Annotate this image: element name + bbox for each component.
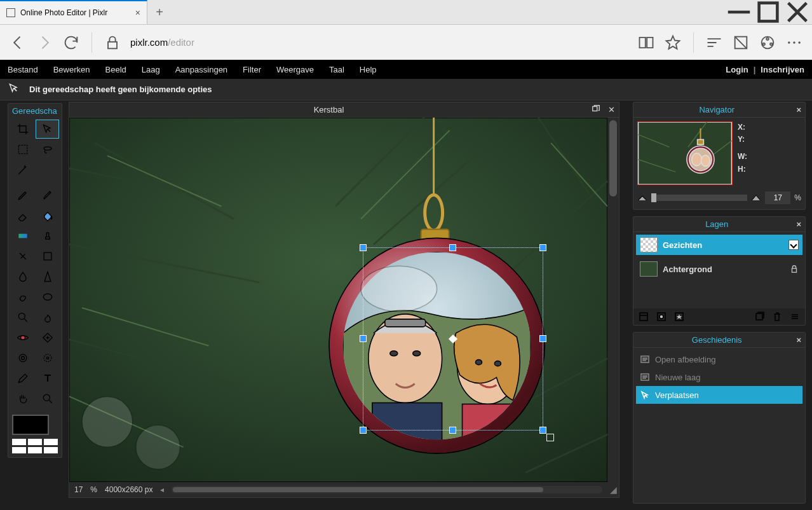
- layer-styles-button[interactable]: [673, 310, 686, 323]
- navigator-close-icon[interactable]: ×: [796, 105, 801, 114]
- reading-view-icon[interactable]: [637, 34, 655, 52]
- layer-mask-button[interactable]: [655, 310, 668, 323]
- brush-tool[interactable]: [36, 186, 59, 205]
- foreground-color-swatch[interactable]: [12, 415, 49, 435]
- close-document-icon[interactable]: ✕: [604, 105, 619, 114]
- menu-bestand[interactable]: Bestand: [8, 65, 38, 74]
- pinch-tool[interactable]: [36, 348, 59, 368]
- stamp-tool[interactable]: [36, 226, 59, 245]
- layer-item-achtergrond[interactable]: Achtergrond: [636, 259, 802, 279]
- new-tab-button[interactable]: +: [147, 0, 172, 24]
- bloat-tool[interactable]: [11, 348, 34, 368]
- redeye-tool[interactable]: [11, 328, 34, 347]
- spot-heal-tool[interactable]: [36, 328, 59, 347]
- sharpen-tool[interactable]: [36, 267, 59, 286]
- handle-bottom-middle[interactable]: [449, 427, 456, 434]
- smudge-tool[interactable]: [11, 287, 34, 307]
- handle-middle-right[interactable]: [539, 335, 546, 342]
- transform-center-icon[interactable]: [449, 334, 457, 343]
- toolbox-panel: Gereedscha: [8, 103, 62, 458]
- handle-middle-left[interactable]: [360, 335, 367, 342]
- bucket-tool[interactable]: [36, 206, 59, 225]
- window-minimize-button[interactable]: [724, 0, 754, 24]
- hub-button[interactable]: [705, 34, 723, 52]
- share-button[interactable]: [759, 34, 776, 52]
- site-info-lock-icon[interactable]: [104, 34, 121, 52]
- handle-top-left[interactable]: [360, 244, 367, 251]
- handle-bottom-left[interactable]: [360, 427, 367, 434]
- colorpicker-tool[interactable]: [11, 369, 34, 388]
- dodge-tool[interactable]: [11, 308, 34, 327]
- zoom-tool[interactable]: [36, 389, 59, 408]
- menu-filter[interactable]: Filter: [243, 65, 261, 74]
- lasso-tool[interactable]: [36, 140, 59, 159]
- notes-button[interactable]: [732, 34, 750, 52]
- layer-settings-button[interactable]: [637, 310, 650, 323]
- handle-top-middle[interactable]: [449, 244, 456, 251]
- history-title: Geschiedenis: [637, 335, 796, 345]
- vertical-scrollbar[interactable]: [607, 118, 619, 482]
- menu-beeld[interactable]: Beeld: [105, 65, 126, 74]
- history-close-icon[interactable]: ×: [796, 335, 801, 345]
- move-tool[interactable]: [36, 120, 59, 139]
- transform-bounding-box[interactable]: [363, 247, 543, 431]
- crop-tool[interactable]: [11, 120, 34, 139]
- zoom-out-icon[interactable]: [637, 194, 647, 202]
- tab-close-icon[interactable]: ×: [135, 8, 140, 18]
- zoom-slider[interactable]: [651, 195, 747, 201]
- nav-h-label: H:: [738, 163, 747, 176]
- more-button[interactable]: [785, 34, 803, 52]
- menu-taal[interactable]: Taal: [329, 65, 344, 74]
- document-window: Kerstbal ✕: [69, 102, 619, 498]
- menu-bewerken[interactable]: Bewerken: [53, 65, 90, 74]
- window-close-button[interactable]: [783, 0, 812, 24]
- hand-tool[interactable]: [11, 389, 34, 408]
- menu-laag[interactable]: Laag: [142, 65, 160, 74]
- drawing-tool[interactable]: [36, 247, 59, 266]
- nav-back-button[interactable]: [9, 34, 27, 52]
- nav-refresh-button[interactable]: [62, 34, 80, 52]
- login-link[interactable]: Login: [726, 65, 748, 74]
- burn-tool[interactable]: [36, 308, 59, 327]
- sponge-tool[interactable]: [36, 287, 59, 307]
- layer-item-gezichten[interactable]: Gezichten: [636, 235, 802, 255]
- menu-weergave[interactable]: Weergave: [276, 65, 314, 74]
- wand-tool[interactable]: [11, 160, 34, 179]
- handle-top-right[interactable]: [539, 244, 546, 251]
- navigator-thumbnail[interactable]: [637, 121, 733, 185]
- replace-color-tool[interactable]: [11, 247, 34, 266]
- history-item-open[interactable]: Open afbeelding: [636, 350, 802, 368]
- color-switcher[interactable]: [8, 439, 62, 457]
- percent-label: %: [90, 485, 97, 494]
- layers-more-button[interactable]: [788, 310, 801, 323]
- zoom-in-icon[interactable]: [751, 194, 761, 202]
- nav-forward-button[interactable]: [36, 34, 53, 52]
- marquee-tool[interactable]: [11, 140, 34, 159]
- handle-bottom-right[interactable]: [539, 427, 546, 434]
- horizontal-scrollbar[interactable]: [172, 486, 602, 493]
- history-item-move[interactable]: Verplaatsen: [636, 386, 802, 404]
- eraser-tool[interactable]: [11, 206, 34, 225]
- new-layer-button[interactable]: [753, 310, 766, 323]
- resize-grip-icon[interactable]: ◢: [607, 482, 619, 497]
- layers-close-icon[interactable]: ×: [796, 219, 801, 229]
- pencil-tool[interactable]: [11, 186, 34, 205]
- zoom-value[interactable]: 17: [765, 191, 790, 204]
- gradient-tool[interactable]: [11, 226, 34, 245]
- address-bar[interactable]: pixlr.com/editor: [130, 37, 628, 48]
- signup-link[interactable]: Inschrijven: [761, 65, 804, 74]
- blur-tool[interactable]: [11, 267, 34, 286]
- menu-help[interactable]: Help: [360, 65, 377, 74]
- tab-favicon-icon: [6, 8, 15, 17]
- layer-visibility-checkbox[interactable]: [788, 240, 799, 250]
- favorites-star-icon[interactable]: [664, 34, 682, 52]
- menu-aanpassingen[interactable]: Aanpassingen: [175, 65, 227, 74]
- canvas-viewport[interactable]: [69, 118, 607, 482]
- browser-tab[interactable]: Online Photo Editor | Pixlr ×: [0, 0, 147, 24]
- history-item-new-layer[interactable]: Nieuwe laag: [636, 368, 802, 386]
- window-maximize-button[interactable]: [754, 0, 783, 24]
- type-tool[interactable]: [36, 369, 59, 388]
- rotate-handle[interactable]: [546, 434, 554, 441]
- delete-layer-button[interactable]: [771, 310, 783, 323]
- restore-window-icon[interactable]: [588, 104, 604, 115]
